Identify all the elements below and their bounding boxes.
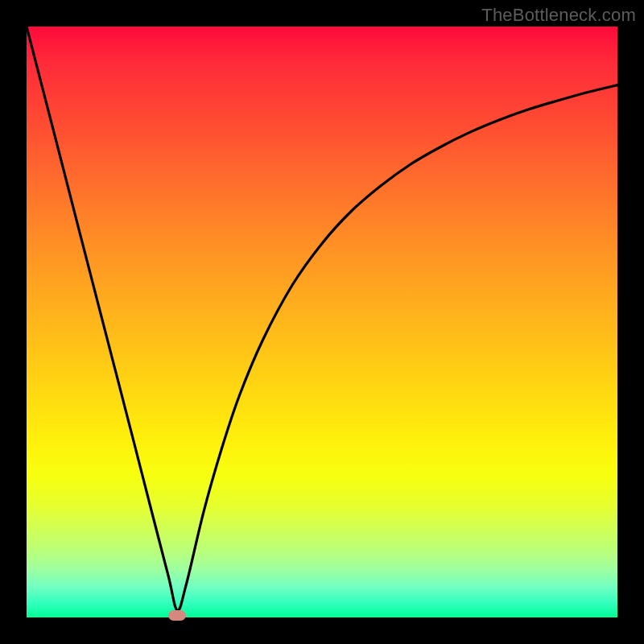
minimum-marker — [168, 610, 186, 621]
attribution-text: TheBottleneck.com — [481, 5, 636, 26]
chart-frame: TheBottleneck.com — [0, 0, 644, 644]
bottleneck-curve — [27, 27, 617, 617]
plot-area — [27, 27, 617, 617]
